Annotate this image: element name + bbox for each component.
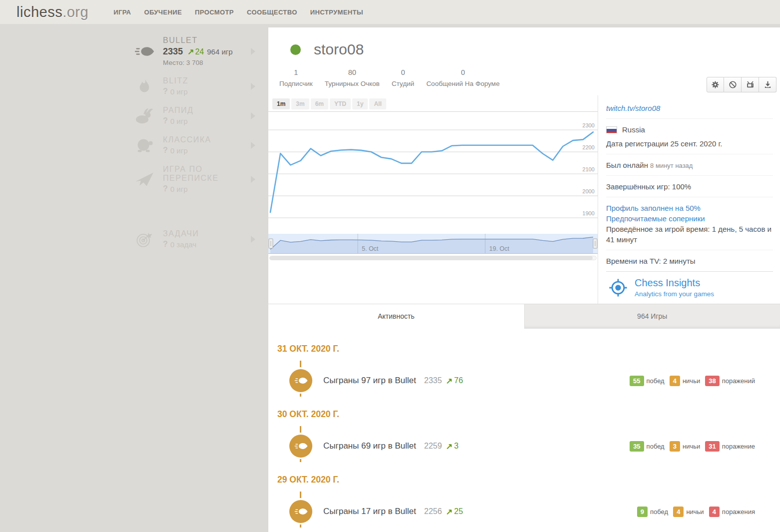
svg-text:2000: 2000 (583, 188, 595, 194)
nav-item[interactable]: ОБУЧЕНИЕ (144, 8, 182, 16)
bullet-icon (289, 369, 312, 392)
scrollbar-thumb[interactable] (270, 256, 593, 260)
range-button-1m[interactable]: 1m (272, 98, 290, 109)
activity-rating: 2256 (424, 507, 442, 516)
bullet-icon (289, 435, 312, 458)
sidebar-perf-classical[interactable]: КЛАССИКА ?0 игр (131, 130, 268, 160)
profile-stat[interactable]: 80 Турнирных Очков (319, 68, 386, 87)
profile-stat[interactable]: 0 Сообщений На Форуме (420, 68, 506, 87)
activity-date-header: 29 ОКТ. 2020 Г. (277, 475, 780, 485)
perf-name: РАПИД (163, 106, 251, 115)
tab-games[interactable]: 964 Игры (524, 304, 780, 329)
range-button-YTD[interactable]: YTD (330, 98, 351, 109)
bullet-icon (131, 43, 158, 60)
registration-date: Дата регистрации 25 сент. 2020 г. (606, 138, 773, 149)
chevron-right-icon (251, 83, 255, 90)
nav-item[interactable]: ИНСТРУМЕНТЫ (310, 8, 363, 16)
twitch-link[interactable]: twitch.tv/storo08 (606, 103, 660, 113)
ratings-sidebar: BULLET 2335↗24964 игр Место: 3 708 BLITZ… (0, 24, 268, 532)
stat-value: 80 (325, 68, 380, 76)
chart-navigator[interactable]: 5. Oct19. Oct (268, 234, 598, 254)
main-nav: ИГРАОБУЧЕНИЕПРОСМОТРСООБЩЕСТВОИНСТРУМЕНТ… (100, 8, 363, 16)
perf-rating-line: ?0 игр (163, 116, 251, 125)
svg-text:2200: 2200 (583, 144, 595, 150)
draws-badge: 3 (670, 441, 680, 452)
stat-label: Подписчик (279, 80, 313, 87)
rating-history-chart: 19002000210022002300 (268, 111, 598, 234)
activity-entry: Сыграны 17 игр в Bullet 2256 ↗ 25 9побед… (276, 500, 780, 523)
perf-name: ИГРА ПО ПЕРЕПИСКЕ (163, 165, 251, 183)
chevron-right-icon (251, 48, 255, 55)
username: storo08 (314, 41, 364, 58)
watch-tv-button[interactable] (742, 77, 759, 92)
svg-text:1900: 1900 (583, 210, 595, 216)
score-badges: 55побед 4ничьи 38поражений (630, 376, 780, 386)
nav-item[interactable]: ПРОСМОТР (195, 8, 234, 16)
paper-plane-icon (131, 171, 158, 188)
range-button-All[interactable]: All (369, 98, 386, 109)
rating-up-icon: ↗ (187, 47, 194, 56)
navigator-handle[interactable] (593, 239, 597, 248)
profile-stats: 1 Подписчик 80 Турнирных Очков 0 Студий … (268, 58, 780, 92)
profile-stat[interactable]: 1 Подписчик (273, 68, 319, 87)
rating-up-icon: ↗ (446, 442, 452, 451)
top-nav: lichess.org ИГРАОБУЧЕНИЕПРОСМОТРСООБЩЕСТ… (0, 0, 780, 24)
activity-entry: Сыграны 97 игр в Bullet 2335 ↗ 76 55побе… (276, 369, 780, 392)
activity-entry: Сыграны 69 игр в Bullet 2259 ↗ 3 35побед… (276, 435, 780, 458)
perf-rating-line: ?0 игр (163, 184, 251, 193)
flame-icon (131, 78, 158, 95)
wins-badge: 9 (637, 507, 648, 517)
rating-up-icon: ↗ (446, 376, 452, 386)
chevron-right-icon (251, 176, 255, 183)
activity-timeline (289, 369, 312, 392)
svg-text:2300: 2300 (583, 122, 595, 128)
sidebar-perf-rapid[interactable]: РАПИД ?0 игр (131, 101, 268, 130)
profile-completion-link[interactable]: Профиль заполнен на 50% (606, 203, 701, 213)
stat-value: 0 (426, 68, 500, 76)
sidebar-perf-puzzles[interactable]: ЗАДАЧИ ?0 задач (131, 224, 268, 254)
sidebar-perf-correspondence[interactable]: ИГРА ПО ПЕРЕПИСКЕ ?0 игр (131, 160, 268, 198)
draws-badge: 4 (673, 507, 684, 517)
range-button-6m[interactable]: 6m (311, 98, 328, 109)
activity-feed: 31 ОКТ. 2020 Г. Сыграны 97 игр в Bullet … (268, 329, 780, 532)
rating-delta: 25 (454, 507, 463, 516)
perf-name: BULLET (163, 36, 251, 45)
block-user-button[interactable] (724, 77, 742, 92)
profile-header: storo08 (268, 27, 780, 58)
sidebar-perf-blitz[interactable]: BLITZ ?0 игр (131, 71, 268, 101)
range-button-3m[interactable]: 3m (291, 98, 309, 109)
perf-rating-line: ?0 игр (163, 146, 251, 155)
profile-stat[interactable]: 0 Студий (386, 68, 420, 87)
profile-actions (707, 77, 777, 92)
activity-text: Сыграны 69 игр в Bullet (323, 441, 416, 451)
activity-date-header: 31 ОКТ. 2020 Г. (277, 344, 780, 354)
rating-up-icon: ↗ (446, 507, 452, 517)
settings-button[interactable] (707, 77, 724, 92)
site-logo[interactable]: lichess.org (16, 4, 88, 20)
online-indicator-icon (290, 44, 301, 55)
score-badges: 35побед 3ничьи 31поражение (630, 441, 780, 452)
navigator-handle[interactable] (269, 239, 273, 248)
profile-info: twitch.tv/storo08 Russia Дата регистраци… (598, 95, 780, 304)
losses-badge: 38 (705, 376, 719, 386)
chart-section: 1m3m6mYTD1yAll 19002000210022002300 5. O… (268, 95, 780, 304)
chart-range-buttons: 1m3m6mYTD1yAll (268, 95, 598, 111)
activity-text: Сыграны 17 игр в Bullet (323, 507, 416, 517)
export-games-button[interactable] (759, 77, 777, 92)
nav-item[interactable]: ИГРА (113, 8, 131, 16)
tab-activity[interactable]: Активность (268, 304, 524, 329)
rating-delta: 3 (454, 442, 459, 451)
sidebar-perf-bullet[interactable]: BULLET 2335↗24964 игр Место: 3 708 (131, 31, 268, 71)
tv-time: Времени на TV: 2 минуты (606, 250, 773, 271)
score-badges: 9побед 4ничьи 4поражения (637, 507, 780, 517)
russia-flag-icon (606, 126, 617, 133)
chess-insights-link[interactable]: Chess Insights Analytics from your games (606, 271, 773, 304)
chart-scrollbar[interactable] (269, 256, 597, 260)
activity-text: Сыграны 97 игр в Bullet (323, 376, 416, 386)
perf-name: BLITZ (163, 76, 251, 85)
profile-content: storo08 1 Подписчик 80 Турнирных Очков 0… (268, 27, 780, 532)
nav-item[interactable]: СООБЩЕСТВО (247, 8, 297, 16)
favorite-opponents-link[interactable]: Предпочитаемые соперники (606, 213, 705, 224)
chevron-right-icon (251, 236, 255, 243)
range-button-1y[interactable]: 1y (352, 98, 368, 109)
